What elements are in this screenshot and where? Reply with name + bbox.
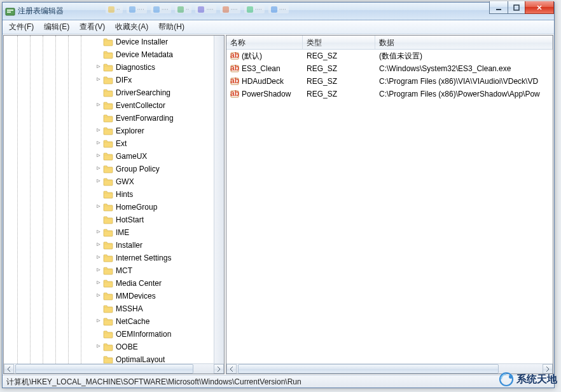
- tree-pane: Device InstallerDevice Metadata▷Diagnost…: [3, 35, 225, 374]
- tree-item[interactable]: ▷Diagnostics: [11, 61, 214, 74]
- expand-toggle[interactable]: ▷: [95, 242, 102, 249]
- tree-item-label: MMDevices: [116, 292, 156, 301]
- tree-item-label: Diagnostics: [116, 63, 155, 72]
- expand-toggle[interactable]: ▷: [95, 229, 102, 236]
- tree-item[interactable]: MSSHA: [11, 302, 214, 315]
- value-row[interactable]: abPowerShadowREG_SZC:\Program Files (x86…: [226, 88, 553, 100]
- scroll-thumb[interactable]: [15, 364, 193, 374]
- column-name[interactable]: 名称: [226, 36, 303, 49]
- expand-toggle[interactable]: ▷: [95, 77, 102, 84]
- tree-item-label: HotStart: [116, 215, 144, 224]
- maximize-button[interactable]: [508, 1, 525, 14]
- folder-icon: [103, 253, 113, 262]
- folder-icon: [103, 88, 113, 97]
- tree-item[interactable]: DriverSearching: [11, 86, 214, 99]
- expand-toggle[interactable]: ▷: [95, 293, 102, 300]
- expand-toggle[interactable]: ▷: [95, 102, 102, 109]
- values-list[interactable]: ab(默认)REG_SZ(数值未设置)abES3_CleanREG_SZC:\W…: [226, 50, 553, 363]
- tree-item[interactable]: OEMInformation: [11, 328, 214, 341]
- minimize-button[interactable]: [489, 1, 508, 14]
- tree-item[interactable]: ▷HomeGroup: [11, 201, 214, 213]
- tree-item[interactable]: EventForwarding: [11, 112, 214, 125]
- tree-item[interactable]: ▷DIFx: [11, 74, 214, 86]
- tree-item[interactable]: ▷MMDevices: [11, 290, 214, 302]
- expand-toggle[interactable]: ▷: [95, 280, 102, 287]
- folder-icon: [103, 177, 113, 186]
- tree-vertical-scrollbar[interactable]: [214, 36, 224, 363]
- folder-icon: [103, 304, 113, 313]
- menu-favorites[interactable]: 收藏夹(A): [110, 20, 153, 34]
- tree-item[interactable]: ▷EventCollector: [11, 99, 214, 112]
- tree-item[interactable]: HotStart: [11, 213, 214, 226]
- folder-icon: [103, 190, 113, 199]
- tree-item-label: Internet Settings: [116, 253, 171, 262]
- expand-toggle[interactable]: ▷: [95, 318, 102, 325]
- expand-toggle[interactable]: ▷: [95, 179, 102, 186]
- background-tabs: ·· ···· ···· ·· ···· ···· ···· ····: [106, 5, 289, 13]
- tree-item[interactable]: ▷Ext: [11, 137, 214, 150]
- tree-item[interactable]: ▷NetCache: [11, 315, 214, 328]
- expand-toggle[interactable]: ▷: [95, 204, 102, 211]
- expand-toggle[interactable]: ▷: [95, 344, 102, 351]
- tree-item[interactable]: ▷GWX: [11, 175, 214, 188]
- folder-icon: [103, 241, 113, 250]
- tree-item-label: DriverSearching: [116, 88, 170, 97]
- tree-item-label: MCT: [116, 266, 132, 275]
- tree-horizontal-scrollbar[interactable]: [4, 363, 224, 374]
- column-data[interactable]: 数据: [375, 36, 553, 49]
- expand-toggle[interactable]: ▷: [95, 267, 102, 274]
- scroll-right-button[interactable]: [214, 364, 224, 374]
- menu-view[interactable]: 查看(V): [74, 20, 110, 34]
- folder-icon: [103, 203, 113, 212]
- titlebar[interactable]: 注册表编辑器 ·· ···· ···· ·· ···· ···· ···· ··…: [3, 3, 554, 20]
- registry-tree[interactable]: Device InstallerDevice Metadata▷Diagnost…: [4, 36, 214, 363]
- tree-item[interactable]: ▷Installer: [11, 239, 214, 252]
- menu-edit[interactable]: 编辑(E): [39, 20, 74, 34]
- value-row[interactable]: abHDAudDeckREG_SZC:\Program Files (x86)\…: [226, 75, 553, 88]
- expand-toggle[interactable]: ▷: [95, 128, 102, 135]
- expand-toggle[interactable]: ▷: [95, 140, 102, 147]
- value-name: ES3_Clean: [242, 64, 280, 73]
- value-row[interactable]: ab(默认)REG_SZ(数值未设置): [226, 50, 553, 62]
- tree-item[interactable]: ▷MCT: [11, 264, 214, 277]
- tree-item[interactable]: Device Metadata: [11, 48, 214, 61]
- menu-help[interactable]: 帮助(H): [153, 20, 190, 34]
- value-data: C:\Windows\System32\ES3_Clean.exe: [375, 64, 553, 73]
- tree-item[interactable]: Hints: [11, 188, 214, 201]
- expand-toggle[interactable]: ▷: [95, 64, 102, 71]
- app-icon: [5, 6, 15, 17]
- scroll-left-button[interactable]: [226, 364, 237, 374]
- watermark-text: 系统天地: [516, 373, 557, 386]
- tree-item[interactable]: ▷Explorer: [11, 125, 214, 137]
- tree-item[interactable]: ▷IME: [11, 226, 214, 239]
- value-row[interactable]: abES3_CleanREG_SZC:\Windows\System32\ES3…: [226, 62, 553, 75]
- expand-toggle[interactable]: ▷: [95, 255, 102, 262]
- string-value-icon: ab: [230, 51, 239, 60]
- tree-item[interactable]: OptimalLayout: [11, 353, 214, 363]
- tree-item[interactable]: ▷Media Center: [11, 277, 214, 290]
- tree-item[interactable]: ▷OOBE: [11, 341, 214, 353]
- tree-item[interactable]: ▷Internet Settings: [11, 252, 214, 264]
- tree-item[interactable]: ▷Group Policy: [11, 163, 214, 175]
- menu-file[interactable]: 文件(F): [4, 20, 39, 34]
- close-button[interactable]: [525, 1, 554, 14]
- value-data: C:\Program Files (x86)\VIA\VIAudioi\VDec…: [375, 77, 553, 86]
- watermark-logo-icon: [499, 372, 514, 387]
- value-name: HDAudDeck: [242, 77, 284, 86]
- expand-toggle[interactable]: ▷: [95, 166, 102, 173]
- window-controls: [490, 1, 554, 14]
- expand-toggle[interactable]: ▷: [95, 153, 102, 160]
- svg-rect-2: [7, 11, 11, 13]
- status-path: 计算机\HKEY_LOCAL_MACHINE\SOFTWARE\Microsof…: [6, 377, 301, 386]
- folder-icon: [103, 139, 113, 148]
- value-type: REG_SZ: [303, 51, 375, 60]
- scroll-left-button[interactable]: [4, 364, 14, 374]
- tree-item-label: IME: [116, 228, 129, 237]
- scroll-thumb[interactable]: [238, 364, 499, 374]
- tree-item[interactable]: Device Installer: [11, 36, 214, 48]
- column-type[interactable]: 类型: [303, 36, 375, 49]
- tree-item[interactable]: ▷GameUX: [11, 150, 214, 163]
- value-data: (数值未设置): [375, 51, 553, 62]
- watermark: 系统天地: [499, 372, 557, 387]
- list-header[interactable]: 名称 类型 数据: [226, 36, 553, 50]
